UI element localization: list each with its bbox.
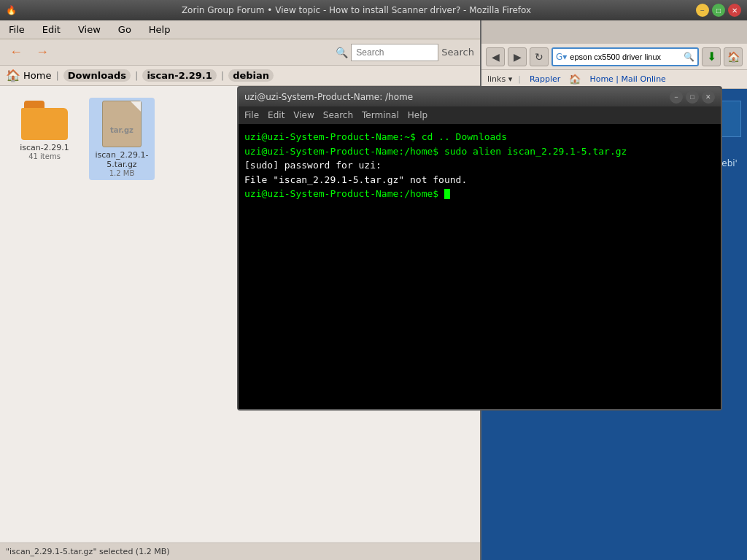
bm-links-dropdown[interactable]: links ▾ — [487, 74, 512, 84]
terminal-maximize[interactable]: □ — [686, 90, 699, 104]
close-button[interactable]: ✕ — [728, 4, 741, 17]
maximize-button[interactable]: □ — [712, 4, 725, 17]
bm-home-icon: 🏠 — [569, 74, 581, 85]
browser-reload-button[interactable]: ↻ — [530, 47, 549, 66]
fm-toolbar: ← → 🔍 Search — [0, 39, 480, 66]
breadcrumb: 🏠 Home | Downloads | iscan-2.29.1 | debi… — [0, 66, 480, 86]
term-menu-search[interactable]: Search — [323, 110, 353, 120]
terminal-minimize[interactable]: − — [670, 90, 683, 104]
bm-rappler[interactable]: Rappler — [527, 74, 563, 85]
fm-back-button[interactable]: ← — [6, 42, 26, 63]
file-label-tar: iscan_2.29.1-5.tar.gz — [92, 150, 152, 169]
terminal-title-text: uzi@uzi-System-Product-Name: /home — [244, 92, 413, 102]
search-icon: 🔍 — [336, 47, 348, 58]
folder-body — [21, 108, 68, 140]
terminal-controls: − □ ✕ — [670, 90, 715, 104]
fm-search: 🔍 Search — [336, 44, 474, 61]
terminal-line-2: uzi@uzi-System-Product-Name:/home$ sudo … — [244, 144, 715, 159]
fm-menu-view[interactable]: View — [75, 23, 104, 36]
fm-status-bar: "iscan_2.29.1-5.tar.gz" selected (1.2 MB… — [0, 542, 480, 560]
fm-forward-button[interactable]: → — [32, 42, 53, 63]
terminal-line-5: uzi@uzi-System-Product-Name:/home$ — [244, 187, 715, 201]
breadcrumb-home-label: Home — [23, 70, 51, 81]
term-menu-terminal[interactable]: Terminal — [362, 110, 399, 120]
terminal-window: uzi@uzi-System-Product-Name: /home − □ ✕… — [237, 86, 722, 411]
search-input[interactable] — [570, 52, 681, 61]
fm-menu-file[interactable]: File — [6, 23, 28, 36]
minimize-button[interactable]: − — [696, 4, 709, 17]
fm-menu-bar: File Edit View Go Help — [0, 20, 480, 39]
window-title: Zorin Group Forum • View topic - How to … — [17, 5, 696, 15]
file-sublabel-tar: 1.2 MB — [109, 169, 135, 177]
terminal-body[interactable]: uzi@uzi-System-Product-Name:~$ cd .. Dow… — [239, 124, 721, 409]
terminal-close[interactable]: ✕ — [702, 90, 715, 104]
breadcrumb-sep1: | — [55, 70, 58, 81]
browser-forward-button[interactable]: ▶ — [508, 47, 527, 66]
browser-toolbar: ◀ ▶ ↻ G▾ 🔍 ⬇ 🏠 — [481, 44, 747, 70]
bm-sep: | — [518, 74, 521, 84]
folder-icon — [21, 101, 68, 140]
terminal-menu-bar: File Edit View Search Terminal Help — [239, 106, 721, 124]
terminal-line-3: [sudo] password for uzi: — [244, 158, 715, 173]
tar-icon: tar.gz — [102, 101, 142, 147]
window-controls: − □ ✕ — [696, 4, 741, 17]
breadcrumb-sep3: | — [221, 70, 224, 81]
browser-back-button[interactable]: ◀ — [486, 47, 505, 66]
title-bar: 🔥 Zorin Group Forum • View topic - How t… — [0, 0, 747, 20]
terminal-title-bar: uzi@uzi-System-Product-Name: /home − □ ✕ — [239, 88, 721, 106]
breadcrumb-downloads[interactable]: Downloads — [63, 69, 131, 82]
terminal-line-4: File "iscan_2.29.1-5.tar.gz" not found. — [244, 173, 715, 187]
breadcrumb-sep2: | — [135, 70, 138, 81]
term-menu-edit[interactable]: Edit — [268, 110, 285, 120]
file-item-folder[interactable]: iscan-2.29.1 41 items — [12, 98, 77, 180]
search-go-icon[interactable]: 🔍 — [684, 52, 694, 62]
file-item-tar[interactable]: tar.gz iscan_2.29.1-5.tar.gz 1.2 MB — [89, 98, 155, 180]
fm-menu-help[interactable]: Help — [146, 23, 174, 36]
breadcrumb-iscan[interactable]: iscan-2.29.1 — [142, 69, 216, 82]
fm-search-input[interactable] — [351, 44, 438, 61]
fm-menu-go[interactable]: Go — [115, 23, 134, 36]
search-label: Search — [441, 47, 474, 58]
home-icon: 🏠 — [6, 69, 20, 82]
google-icon: G▾ — [556, 52, 567, 62]
terminal-line-1: uzi@uzi-System-Product-Name:~$ cd .. Dow… — [244, 130, 715, 144]
breadcrumb-home[interactable]: 🏠 Home — [6, 69, 51, 82]
bookmark-green-button[interactable]: ⬇ — [702, 47, 721, 66]
bm-links-label: links ▾ — [487, 74, 512, 84]
bm-home-mail[interactable]: Home | Mail Online — [587, 74, 669, 85]
breadcrumb-debian[interactable]: debian — [228, 69, 274, 82]
file-label-folder: iscan-2.29.1 — [20, 143, 69, 152]
term-menu-help[interactable]: Help — [408, 110, 427, 120]
terminal-cursor — [444, 189, 450, 199]
term-menu-file[interactable]: File — [244, 110, 259, 120]
fm-status-text: "iscan_2.29.1-5.tar.gz" selected (1.2 MB… — [6, 547, 169, 556]
term-menu-view[interactable]: View — [293, 110, 314, 120]
file-sublabel-folder: 41 items — [28, 152, 61, 160]
fm-menu-edit[interactable]: Edit — [39, 23, 63, 36]
browser-home-button[interactable]: 🏠 — [724, 47, 743, 66]
